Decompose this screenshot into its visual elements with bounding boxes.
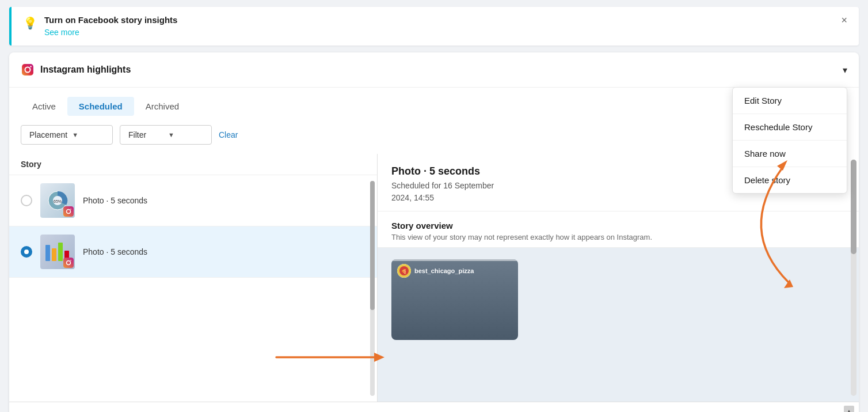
right-panel-vscrollbar-thumb — [851, 160, 856, 254]
scroll-up-button[interactable]: ▲ — [844, 406, 854, 412]
filters-row: Placement ▼ Filter ▼ Clear — [9, 116, 859, 154]
tabs-row: Active Scheduled Archived — [9, 88, 859, 116]
stories-column-header: Story — [9, 154, 377, 175]
story-overview-section: Story overview This view of your story m… — [378, 211, 859, 248]
svg-rect-0 — [22, 64, 33, 75]
svg-point-15 — [70, 260, 71, 261]
placement-label: Placement — [29, 130, 67, 139]
lightbulb-icon: 💡 — [23, 16, 37, 30]
placement-chevron-icon: ▼ — [72, 131, 104, 138]
story-radio-2[interactable] — [21, 246, 32, 258]
story-label-1: Photo · 5 seconds — [83, 196, 147, 205]
left-panel: Story 65% — [9, 154, 378, 402]
placement-dropdown[interactable]: Placement ▼ — [21, 125, 113, 145]
left-scroll-thumb — [370, 181, 375, 310]
facebook-insights-banner: 💡 Turn on Facebook story insights See mo… — [9, 7, 859, 46]
story-label-2: Photo · 5 seconds — [83, 247, 147, 256]
preview-username: best_chicago_pizza — [414, 267, 474, 274]
stories-list: 65% — [9, 175, 377, 402]
svg-rect-6 — [63, 206, 74, 217]
story-item-1[interactable]: 65% — [9, 175, 377, 226]
story-schedule-line2: 2024, 14:55 — [391, 192, 494, 204]
story-overview-title: Story overview — [391, 221, 845, 230]
story-detail-title: Photo · 5 seconds — [391, 165, 494, 177]
banner-content: 💡 Turn on Facebook story insights See mo… — [23, 15, 177, 37]
context-menu-reschedule-story[interactable]: Reschedule Story — [733, 114, 847, 141]
svg-point-8 — [70, 209, 71, 210]
story-schedule-line1: Scheduled for 16 September — [391, 180, 494, 192]
story-preview-box: 🍕 best_chicago_pizza — [391, 259, 518, 340]
banner-see-more-link[interactable]: See more — [44, 28, 79, 37]
filter-label: Filter — [128, 130, 163, 139]
context-menu-edit-story[interactable]: Edit Story — [733, 88, 847, 114]
story-progress-bar — [391, 259, 518, 261]
filter-dropdown[interactable]: Filter ▼ — [120, 125, 212, 145]
story-thumb-2 — [40, 235, 75, 269]
highlights-label: Instagram highlights — [40, 65, 131, 75]
svg-rect-10 — [52, 248, 56, 261]
story-radio-1[interactable] — [21, 195, 32, 206]
tab-scheduled[interactable]: Scheduled — [67, 97, 134, 116]
left-scroll-track — [370, 181, 375, 396]
story-preview-area: 🍕 best_chicago_pizza — [378, 248, 859, 402]
instagram-icon — [21, 63, 35, 77]
bottom-scroll-right: ◀ ▶ ▲ ▼ — [378, 402, 859, 412]
svg-rect-11 — [58, 243, 63, 261]
main-card: Instagram highlights ▾ Active Scheduled … — [9, 52, 859, 412]
instagram-badge-2 — [63, 258, 74, 268]
story-thumb-1: 65% — [40, 183, 75, 218]
story-preview-header: 🍕 best_chicago_pizza — [391, 259, 518, 282]
svg-rect-9 — [45, 245, 50, 261]
filter-chevron-icon: ▼ — [168, 131, 203, 138]
svg-text:65%: 65% — [54, 199, 62, 203]
preview-avatar: 🍕 — [397, 264, 411, 278]
banner-close-button[interactable]: × — [841, 15, 847, 25]
tab-archived[interactable]: Archived — [134, 97, 191, 116]
bottom-scrollbars: ◀ ▶ ◀ ▶ ▲ ▼ — [9, 402, 859, 412]
banner-text: Turn on Facebook story insights See more — [44, 15, 177, 37]
clear-button[interactable]: Clear — [219, 130, 238, 139]
story-item-2[interactable]: Photo · 5 seconds — [9, 226, 377, 278]
bottom-scroll-left: ◀ ▶ — [9, 402, 378, 412]
context-menu: Edit Story Reschedule Story Share now De… — [732, 87, 847, 194]
tab-active[interactable]: Active — [21, 97, 67, 116]
instagram-badge-1 — [63, 206, 74, 217]
context-menu-delete-story[interactable]: Delete story — [733, 167, 847, 193]
svg-point-2 — [30, 66, 31, 67]
highlights-title: Instagram highlights — [21, 63, 131, 77]
chevron-down-icon[interactable]: ▾ — [843, 65, 847, 75]
svg-text:🍕: 🍕 — [401, 269, 407, 274]
story-overview-description: This view of your story may not represen… — [391, 233, 845, 241]
context-menu-share-now[interactable]: Share now — [733, 141, 847, 167]
svg-rect-13 — [63, 258, 74, 268]
panels: Story 65% — [9, 154, 859, 402]
highlights-header: Instagram highlights ▾ — [9, 52, 859, 88]
banner-title: Turn on Facebook story insights — [44, 15, 177, 25]
story-detail-info: Photo · 5 seconds Scheduled for 16 Septe… — [391, 165, 494, 204]
right-panel-vscrollbar[interactable] — [851, 160, 856, 396]
